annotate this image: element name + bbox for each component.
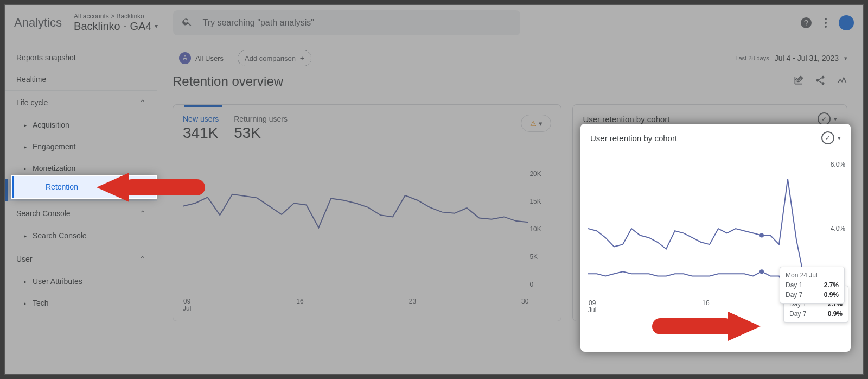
app-header: Analytics All accounts > Backlinko Backl… <box>5 5 863 40</box>
avatar[interactable] <box>839 15 854 30</box>
svg-point-2 <box>825 18 827 20</box>
cohort-card: User retention by cohort ✓ ▾ 6.0%4.0%2.0… <box>580 124 851 341</box>
users-chart <box>183 165 528 283</box>
property-name: Backlinko - GA4 <box>74 20 151 32</box>
search-placeholder: Try searching "path analysis" <box>202 18 314 28</box>
users-chart-yaxis: 20K15K10K5K0 <box>529 170 551 288</box>
cohort-card-title: User retention by cohort <box>590 134 677 144</box>
sidebar-item-realtime[interactable]: Realtime <box>5 68 157 90</box>
warning-icon: ⚠ <box>530 119 537 128</box>
breadcrumb[interactable]: All accounts > Backlinko <box>74 13 158 20</box>
segment-all-users[interactable]: A All Users <box>173 50 230 66</box>
kpi-tab-new-users[interactable]: New users 341K <box>183 115 219 142</box>
caret-down-icon: ▾ <box>844 55 847 62</box>
add-comparison-button[interactable]: Add comparison + <box>238 50 311 66</box>
svg-text:?: ? <box>804 18 808 27</box>
sidebar-item-search-console[interactable]: Search Console <box>5 225 157 247</box>
segment-avatar-icon: A <box>179 52 191 64</box>
highlight-retention: Retention <box>12 176 156 198</box>
app-title: Analytics <box>14 16 62 30</box>
share-icon[interactable] <box>815 75 826 88</box>
caret-down-icon: ▾ <box>539 119 542 128</box>
active-tab-indicator <box>184 105 222 107</box>
sidebar-section-user[interactable]: User⌃ <box>5 247 157 270</box>
svg-point-9 <box>760 233 764 238</box>
sidebar-item-acquisition[interactable]: Acquisition <box>5 114 157 136</box>
sidebar-section-search-console[interactable]: Search Console⌃ <box>5 201 157 225</box>
users-chart-xaxis: 09Jul162330 <box>183 298 528 312</box>
highlight-cohort-card: User retention by cohort ✓ ▾ 6.0%4.0%2.0… <box>580 124 851 352</box>
chevron-up-icon: ⌃ <box>139 209 146 218</box>
svg-point-4 <box>825 26 827 28</box>
sidebar-section-life-cycle[interactable]: Life cycle⌃ <box>5 90 157 114</box>
sidebar-item-engagement[interactable]: Engagement <box>5 136 157 157</box>
sidebar-item-user-attributes[interactable]: User Attributes <box>5 270 157 292</box>
data-quality-menu[interactable]: ✓ ▾ <box>821 131 841 144</box>
search-icon <box>182 16 193 29</box>
sidebar-item-reports-snapshot[interactable]: Reports snapshot <box>5 47 157 68</box>
caret-down-icon: ▾ <box>834 116 837 123</box>
chevron-up-icon: ⌃ <box>139 98 146 107</box>
insights-icon[interactable] <box>837 75 847 88</box>
sidebar-item-tech[interactable]: Tech <box>5 292 157 314</box>
caret-down-icon: ▾ <box>155 23 158 30</box>
cohort-chart <box>588 161 805 296</box>
anomaly-menu[interactable]: ⚠ ▾ <box>521 115 551 132</box>
plus-icon: + <box>300 54 304 62</box>
search-input[interactable]: Try searching "path analysis" <box>173 10 520 35</box>
svg-point-3 <box>825 22 827 24</box>
kpi-card: New users 341K Returning users 53K ⚠ ▾ 2… <box>173 104 561 321</box>
page-title: Retention overview <box>173 74 283 89</box>
more-icon[interactable] <box>825 18 827 28</box>
check-icon: ✓ <box>821 131 834 144</box>
customize-icon[interactable] <box>793 75 804 88</box>
kpi-tab-returning-users[interactable]: Returning users 53K <box>234 115 288 142</box>
svg-point-10 <box>760 269 764 274</box>
caret-down-icon: ▾ <box>838 135 841 142</box>
cohort-tooltip: Mon 24 Jul Day 12.7% Day 70.9% <box>780 267 845 304</box>
chevron-up-icon: ⌃ <box>139 255 146 263</box>
sidebar: Reports snapshot Realtime Life cycle⌃ Ac… <box>5 40 157 374</box>
date-range-picker[interactable]: Last 28 days Jul 4 - Jul 31, 2023 ▾ <box>735 54 847 62</box>
help-icon[interactable]: ? <box>800 16 813 29</box>
property-switcher[interactable]: Backlinko - GA4 ▾ <box>74 20 158 32</box>
